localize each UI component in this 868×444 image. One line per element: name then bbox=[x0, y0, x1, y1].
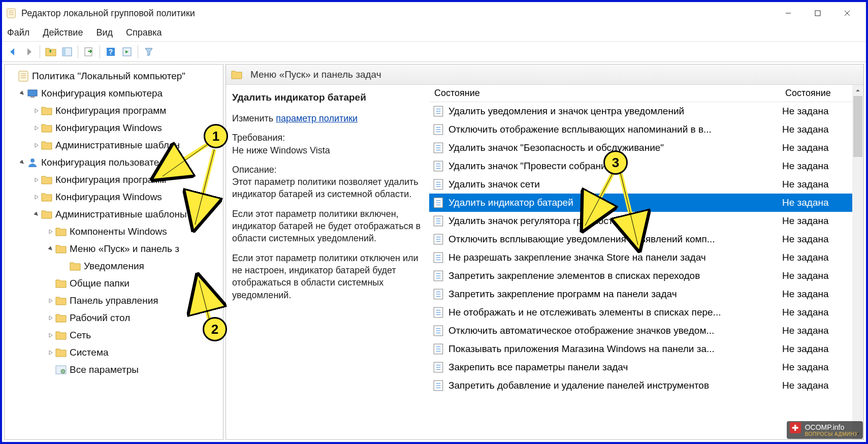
watermark-site: OCOMP.info bbox=[805, 423, 845, 431]
tree-label: Меню «Пуск» и панель з bbox=[70, 243, 179, 255]
selected-policy-title: Удалить индикатор батарей bbox=[232, 92, 424, 103]
policy-list: Состояние Состояние Удалить уведомления … bbox=[429, 85, 863, 439]
minimize-button[interactable] bbox=[774, 4, 803, 22]
policy-row[interactable]: Закрепить все параметры панели задачНе з… bbox=[429, 358, 863, 376]
folder-icon bbox=[55, 312, 67, 324]
tree-label: Общие папки bbox=[70, 278, 130, 289]
vertical-scrollbar[interactable] bbox=[852, 85, 863, 439]
expander-open-icon bbox=[34, 212, 39, 217]
tree-comp-windows[interactable]: Конфигурация Windows bbox=[6, 119, 222, 137]
column-state[interactable]: Состояние bbox=[782, 88, 863, 99]
filter-button[interactable] bbox=[141, 44, 156, 59]
folder-icon bbox=[41, 140, 52, 151]
tree-label: Система bbox=[70, 347, 109, 358]
policy-row[interactable]: Запретить закрепление элементов в списка… bbox=[429, 267, 863, 285]
policy-icon bbox=[432, 123, 444, 136]
tree-user-windows[interactable]: Конфигурация Windows bbox=[6, 188, 222, 206]
properties-button[interactable] bbox=[119, 44, 135, 59]
description-p3: Если этот параметр политики отключен или… bbox=[232, 252, 424, 301]
policy-state: Не задана bbox=[782, 161, 863, 172]
policy-state: Не задана bbox=[782, 307, 863, 318]
list-header[interactable]: Состояние Состояние bbox=[429, 85, 863, 102]
expander-closed-icon bbox=[34, 195, 39, 200]
policy-row[interactable]: Удалить значок сетиНе задана bbox=[429, 175, 863, 194]
policy-row[interactable]: Удалить уведомления и значок центра увед… bbox=[429, 102, 863, 120]
scroll-up-icon[interactable] bbox=[852, 85, 863, 96]
help-button[interactable]: ? bbox=[103, 44, 118, 59]
tree-user-admin[interactable]: Административные шаблоны bbox=[6, 206, 222, 223]
menu-action[interactable]: Действие bbox=[43, 27, 83, 38]
menu-help[interactable]: Справка bbox=[126, 27, 162, 38]
policy-icon bbox=[432, 197, 444, 209]
policy-row[interactable]: Запретить добавление и удаление панелей … bbox=[429, 376, 863, 395]
up-button[interactable] bbox=[43, 44, 58, 59]
tree-network[interactable]: Сеть bbox=[6, 327, 222, 344]
policy-row[interactable]: Удалить индикатор батарейНе задана bbox=[429, 194, 863, 212]
user-icon bbox=[27, 157, 38, 168]
policy-row[interactable]: Не отображать и не отслеживать элементы … bbox=[429, 303, 863, 322]
tree-label: Конфигурация программ bbox=[55, 174, 166, 185]
policy-icon bbox=[432, 160, 444, 172]
policy-state: Не задана bbox=[782, 234, 863, 245]
tree-comp-programs[interactable]: Конфигурация программ bbox=[6, 102, 222, 119]
policy-row[interactable]: Удалить значок "Провести собрание"Не зад… bbox=[429, 157, 863, 175]
policy-row[interactable]: Удалить значок регулятора громкостиНе за… bbox=[429, 212, 863, 230]
policy-name: Не разрешать закрепление значка Store на… bbox=[448, 252, 782, 263]
policy-icon bbox=[432, 105, 444, 117]
tree-system[interactable]: Система bbox=[6, 344, 222, 361]
tree-all-params[interactable]: Все параметры bbox=[6, 361, 222, 378]
policy-icon bbox=[432, 325, 444, 337]
tree-desktop[interactable]: Рабочий стол bbox=[6, 309, 222, 327]
tree-notifications[interactable]: Уведомления bbox=[6, 258, 222, 275]
tree-cpanel[interactable]: Панель управления bbox=[6, 292, 222, 309]
policy-row[interactable]: Удалить значок "Безопасность и обслужива… bbox=[429, 139, 863, 157]
policy-state: Не задана bbox=[782, 215, 863, 227]
tree-label: Все параметры bbox=[70, 364, 139, 375]
policy-state: Не задана bbox=[782, 325, 863, 336]
edit-label: Изменить bbox=[232, 113, 276, 123]
expander-closed-icon bbox=[34, 143, 39, 148]
tree-user-programs[interactable]: Конфигурация программ bbox=[6, 171, 222, 188]
edit-policy-link[interactable]: параметр политики bbox=[276, 113, 358, 123]
tree-root[interactable]: Политика "Локальный компьютер" bbox=[6, 68, 222, 85]
policy-row[interactable]: Отключить отображение всплывающих напоми… bbox=[429, 120, 863, 139]
policy-row[interactable]: Отключить всплывающие уведомления объявл… bbox=[429, 230, 863, 248]
policy-name: Закрепить все параметры панели задач bbox=[448, 362, 782, 373]
tree-computer-config[interactable]: Конфигурация компьютера bbox=[6, 85, 222, 102]
policy-row[interactable]: Не разрешать закрепление значка Store на… bbox=[429, 248, 863, 267]
export-list-button[interactable] bbox=[81, 44, 97, 59]
tree-components-windows[interactable]: Компоненты Windows bbox=[6, 223, 222, 240]
callout-badge-1: 1 bbox=[204, 124, 228, 148]
tree-shared[interactable]: Общие папки bbox=[6, 275, 222, 292]
toolbar-divider bbox=[138, 45, 138, 58]
maximize-button[interactable] bbox=[803, 4, 832, 22]
toolbar-divider bbox=[100, 45, 100, 58]
expander-closed-icon bbox=[48, 298, 53, 303]
tree-user-config[interactable]: Конфигурация пользователя bbox=[6, 154, 222, 171]
policy-state: Не задана bbox=[782, 289, 863, 300]
folder-icon bbox=[41, 174, 52, 185]
scroll-thumb[interactable] bbox=[853, 96, 862, 157]
column-name[interactable]: Состояние bbox=[429, 88, 782, 99]
close-button[interactable] bbox=[832, 4, 862, 22]
folder-icon bbox=[41, 122, 52, 134]
forward-button[interactable] bbox=[21, 44, 37, 59]
policy-state: Не задана bbox=[782, 179, 863, 190]
policy-name: Удалить уведомления и значок центра увед… bbox=[448, 106, 782, 117]
tree-comp-admin[interactable]: Административные шаблон bbox=[6, 137, 222, 154]
tree-pane[interactable]: Политика "Локальный компьютер" Конфигура… bbox=[4, 64, 223, 440]
policy-name: Запретить добавление и удаление панелей … bbox=[448, 380, 782, 391]
menu-file[interactable]: Файл bbox=[7, 27, 29, 38]
tree-label: Конфигурация Windows bbox=[55, 122, 162, 134]
content-pane: Меню «Пуск» и панель задач Удалить индик… bbox=[226, 64, 864, 440]
show-hide-tree-button[interactable] bbox=[59, 44, 75, 59]
expander-open-icon bbox=[20, 160, 25, 165]
policy-row[interactable]: Показывать приложения Магазина Windows н… bbox=[429, 340, 863, 358]
menu-view[interactable]: Вид bbox=[96, 27, 113, 38]
policy-row[interactable]: Отключить автоматическое отображение зна… bbox=[429, 322, 863, 340]
back-button[interactable] bbox=[5, 44, 20, 59]
policy-state: Не задана bbox=[782, 142, 863, 153]
policy-icon bbox=[432, 270, 444, 282]
policy-row[interactable]: Запретить закрепление программ на панели… bbox=[429, 285, 863, 303]
tree-start-menu[interactable]: Меню «Пуск» и панель з bbox=[6, 240, 222, 258]
